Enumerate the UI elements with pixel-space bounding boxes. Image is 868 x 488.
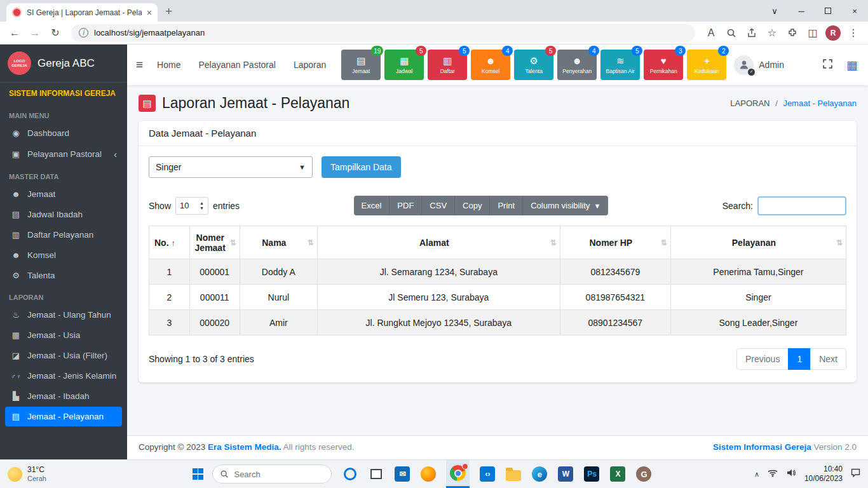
tile-talenta[interactable]: 5 ⚙ Talenta xyxy=(514,50,553,80)
side-panel-icon[interactable]: ◫ xyxy=(803,24,822,43)
firefox-icon[interactable] xyxy=(420,466,437,482)
tab-close-icon[interactable]: × xyxy=(147,8,152,18)
nav-link-pelayanan-pastoral[interactable]: Pelayanan Pastoral xyxy=(198,60,275,70)
back-icon[interactable]: ← xyxy=(5,24,24,43)
hamburger-icon[interactable]: ≡ xyxy=(136,58,143,72)
excel-icon[interactable]: X xyxy=(609,466,626,482)
profile-avatar[interactable]: R xyxy=(824,24,843,43)
tile-penyerahan[interactable]: 4 ☻ Penyerahan xyxy=(557,50,597,80)
site-info-icon[interactable]: i xyxy=(79,28,88,37)
tile-daftar[interactable]: 5 ▥ Daftar xyxy=(428,50,467,80)
pdf-button[interactable]: PDF xyxy=(390,196,422,215)
nav-link-home[interactable]: Home xyxy=(157,60,180,70)
edge-icon[interactable]: e xyxy=(531,466,548,482)
word-icon[interactable]: W xyxy=(557,466,574,482)
page-number-button[interactable]: 1 xyxy=(788,348,811,370)
taskbar-clock[interactable]: 10:40 10/06/2023 xyxy=(804,464,843,484)
nav-link-laporan[interactable]: Laporan xyxy=(294,60,326,70)
column-header-nomer-jemaat[interactable]: Nomer Jemaat⇅ xyxy=(189,226,240,259)
sidebar-item-jemaat[interactable]: ☻ Jemaat xyxy=(5,184,122,204)
translate-icon[interactable]: A xyxy=(702,24,721,43)
app-brand-link[interactable]: Sistem Informasi Gereja xyxy=(713,442,811,452)
tampilkan-data-button[interactable]: Tampilkan Data xyxy=(322,156,401,178)
fullscreen-icon[interactable] xyxy=(823,59,832,71)
reload-icon[interactable]: ↻ xyxy=(46,24,65,43)
excel-button[interactable]: Excel xyxy=(354,196,390,215)
taskbar-search[interactable] xyxy=(212,464,332,484)
sidebar-item-daftar-pelayanan[interactable]: ▥ Daftar Pelayanan xyxy=(5,225,122,245)
gimp-icon[interactable]: G xyxy=(635,466,652,482)
csv-button[interactable]: CSV xyxy=(422,196,455,215)
file-explorer-icon[interactable] xyxy=(505,466,522,482)
pelayanan-select[interactable]: Singer ▼ xyxy=(149,156,313,178)
bookmark-star-icon[interactable]: ☆ xyxy=(763,24,782,43)
column-header-alamat[interactable]: Alamat⇅ xyxy=(317,226,560,259)
extensions-icon[interactable] xyxy=(783,24,802,43)
column-header-nomer-hp[interactable]: Nomer HP⇅ xyxy=(560,226,670,259)
table-row[interactable]: 2 000011 Nurul Jl Semeru 123, Surabaya 0… xyxy=(149,285,846,310)
column-header-pelayanan[interactable]: Pelayanan⇅ xyxy=(670,226,846,259)
table-row[interactable]: 1 000001 Doddy A Jl. Semarang 1234, Sura… xyxy=(149,259,846,285)
length-select[interactable]: 10 ▲▼ xyxy=(175,197,208,215)
sidebar-item-jemaat-usia-filter[interactable]: ◪ Jemaat - Usia (Filter) xyxy=(5,346,122,365)
column-header-nama[interactable]: Nama⇅ xyxy=(240,226,317,259)
tile-komsel[interactable]: 4 ☻ Komsel xyxy=(471,50,510,80)
minimize-icon[interactable]: ─ xyxy=(788,0,815,22)
browser-tab[interactable]: SI Gereja | Laporan Jemaat - Pela × xyxy=(6,3,158,22)
sidebar-brand[interactable]: LOGO GEREJA Gereja ABC xyxy=(0,44,127,83)
photoshop-icon[interactable]: Ps xyxy=(583,466,600,482)
volume-icon[interactable] xyxy=(786,468,796,480)
previous-page-button[interactable]: Previous xyxy=(736,348,789,370)
column-header-no[interactable]: No.↑ xyxy=(149,226,190,259)
tab-search-chevron-icon[interactable]: ∨ xyxy=(761,0,788,22)
tile-pernikahan[interactable]: 3 ♥ Pernikahan xyxy=(644,50,683,80)
breadcrumb-current[interactable]: Jemaat - Pelayanan xyxy=(783,98,857,108)
address-bar[interactable]: i localhost/sig/jemaatpelayanan xyxy=(71,24,695,42)
maximize-icon[interactable] xyxy=(815,0,841,22)
new-tab-button[interactable]: + xyxy=(165,5,172,17)
tray-chevron-icon[interactable]: ∧ xyxy=(754,470,759,478)
sidebar-item-pelayanan-pastoral[interactable]: ▣ Pelayanan Pastoral ‹ xyxy=(5,144,122,165)
forward-icon[interactable]: → xyxy=(25,24,44,43)
wifi-icon[interactable] xyxy=(768,468,778,480)
share-icon[interactable] xyxy=(742,24,761,43)
stepper-arrows-icon: ▲▼ xyxy=(200,201,204,210)
company-link[interactable]: Era Sistem Media. xyxy=(208,442,281,452)
tile-baptisan-air[interactable]: 5 ≋ Baptisan Air xyxy=(600,50,640,80)
taskbar-search-input[interactable] xyxy=(234,470,310,479)
copy-button[interactable]: Copy xyxy=(455,196,490,215)
tile-jemaat[interactable]: 19 ▤ Jemaat xyxy=(341,50,381,80)
action-center-icon[interactable] xyxy=(851,468,860,480)
sort-asc-icon: ↑ xyxy=(172,239,175,248)
sidebar-item-jadwal-ibadah[interactable]: ▤ Jadwal Ibadah xyxy=(5,205,122,224)
cortana-icon[interactable] xyxy=(342,466,358,482)
sidebar-item-komsel[interactable]: ☻ Komsel xyxy=(5,245,122,265)
sidebar-item-talenta[interactable]: ⚙ Talenta xyxy=(5,266,122,285)
next-page-button[interactable]: Next xyxy=(810,348,846,370)
sidebar-item-jemaat-jenis-kelamin[interactable]: ♂♀ Jemaat - Jenis Kelamin xyxy=(5,366,122,386)
weather-widget[interactable]: 31°C Cerah xyxy=(0,460,54,488)
sidebar-item-jemaat-pelayanan[interactable]: ▤ Jemaat - Pelayanan xyxy=(5,407,122,426)
admin-menu[interactable]: ✓ Admin xyxy=(734,55,784,75)
print-button[interactable]: Print xyxy=(490,196,523,215)
tile-kedukaan[interactable]: 2 + Kedukaan xyxy=(687,50,726,80)
mail-icon[interactable]: ✉ xyxy=(394,466,410,482)
column-visibility-button[interactable]: Column visibility ▼ xyxy=(523,196,608,215)
cell-nomer-jemaat: 000001 xyxy=(189,259,240,285)
close-icon[interactable]: × xyxy=(841,0,868,22)
sidebar-item-jemaat-usia[interactable]: ▦ Jemaat - Usia xyxy=(5,325,122,345)
table-row[interactable]: 3 000020 Amir Jl. Rungkut Mejoyo 12345, … xyxy=(149,310,846,336)
sidebar-item-label: Jemaat - Usia xyxy=(27,330,80,340)
sidebar-item-dashboard[interactable]: ◉ Dashboard xyxy=(5,123,122,143)
search-input[interactable] xyxy=(757,196,846,215)
zoom-icon[interactable] xyxy=(722,24,741,43)
vscode-icon[interactable]: ‹› xyxy=(479,466,496,482)
taskview-icon[interactable] xyxy=(368,466,384,482)
sidebar-item-jemaat-ibadah[interactable]: ▙ Jemaat - Ibadah xyxy=(5,386,122,406)
sidebar-item-jemaat-ulang-tahun[interactable]: ♨ Jemaat - Ulang Tahun xyxy=(5,305,122,325)
chrome-icon[interactable] xyxy=(446,460,470,488)
tile-jadwal[interactable]: 5 ▦ Jadwal xyxy=(384,50,424,80)
start-button[interactable] xyxy=(193,468,204,480)
menu-kebab-icon[interactable]: ⋮ xyxy=(844,24,863,43)
grid-menu-icon[interactable]: ▦ xyxy=(846,59,858,71)
